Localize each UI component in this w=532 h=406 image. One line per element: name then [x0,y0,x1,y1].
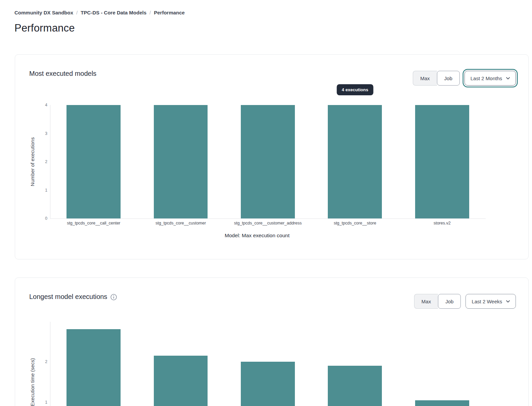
bar[interactable] [241,105,295,218]
y-axis-line [50,322,50,406]
x-axis-category-label: stg_tpcds_core__customer [137,221,224,225]
bar[interactable] [66,105,121,218]
performance-page: Community DX Sandbox / TPC-DS - Core Dat… [0,0,532,406]
scope-toggle: Max Job [413,71,460,86]
bar[interactable] [328,105,382,218]
y-axis-line [50,105,50,218]
y-axis-tick: 1 [34,400,47,405]
info-icon[interactable] [110,294,117,300]
date-range-select[interactable]: Last 2 Months [464,71,516,86]
date-range-value: Last 2 Weeks [472,299,502,304]
bar[interactable] [66,329,121,406]
x-axis-category-label: stg_tpcds_core__customer_address [224,221,311,225]
y-axis-tick: 2 [34,159,47,164]
y-axis-tick: 1 [34,188,47,193]
date-range-select[interactable]: Last 2 Weeks [466,294,516,309]
y-axis-tick: 3 [34,131,47,136]
x-axis-category-label: stores.v2 [399,221,486,225]
bar[interactable] [241,362,295,406]
breadcrumb-item-project[interactable]: Community DX Sandbox [14,10,73,15]
bar-chart-most-executed: 01234stg_tpcds_core__call_centerstg_tpcd… [50,105,486,218]
date-range-value: Last 2 Months [471,75,502,81]
y-axis-label: Execution time (secs) [30,358,35,406]
card-title-longest-executions: Longest model executions [29,293,117,301]
breadcrumb-item-current: Performance [154,10,185,15]
chart-tooltip: 4 executions [337,84,373,95]
toggle-job-button[interactable]: Job [437,71,460,86]
chevron-down-icon [506,77,510,80]
x-axis-line [50,218,486,219]
toggle-max-button[interactable]: Max [414,294,438,309]
y-axis-tick: 0 [34,216,47,221]
chart-controls: Max Job Last 2 Weeks [414,294,516,309]
y-axis-tick: 2 [34,359,47,364]
toggle-job-button[interactable]: Job [438,294,461,309]
breadcrumb-separator: / [149,10,151,15]
chart-controls: Max Job Last 2 Months [413,71,516,86]
scope-toggle: Max Job [414,294,461,309]
x-axis-title: Model: Max execution count [29,233,486,239]
x-axis-category-label: stg_tpcds_core__store [311,221,398,225]
card-longest-executions: Longest model executions Max Job Last 2 … [15,277,529,406]
card-title-text: Longest model executions [29,293,107,301]
y-axis-tick: 4 [34,102,47,108]
bar[interactable] [154,356,208,406]
bar[interactable] [415,105,469,218]
bar[interactable] [154,105,208,218]
x-axis-category-label: stg_tpcds_core__call_center [50,221,137,225]
breadcrumb-item-package[interactable]: TPC-DS - Core Data Models [81,10,146,15]
bar-chart-longest-executions: 012 [50,322,486,406]
bar[interactable] [415,400,469,406]
chevron-down-icon [506,300,510,303]
breadcrumb: Community DX Sandbox / TPC-DS - Core Dat… [14,10,185,15]
card-title-most-executed: Most executed models [29,70,96,78]
bar[interactable] [328,366,382,406]
card-most-executed-models: Most executed models Max Job Last 2 Mont… [15,54,529,259]
page-title: Performance [14,22,75,34]
toggle-max-button[interactable]: Max [413,71,437,86]
breadcrumb-separator: / [76,10,78,15]
